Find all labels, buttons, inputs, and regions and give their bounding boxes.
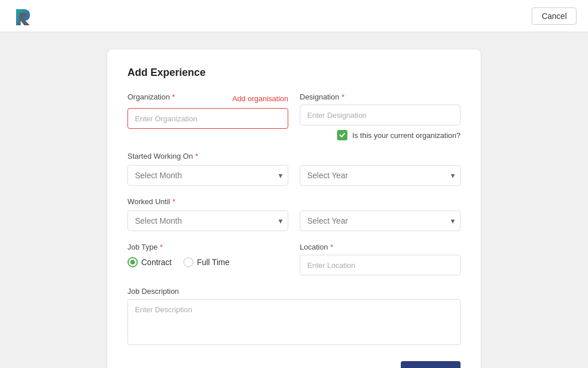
- designation-required-star: *: [342, 93, 345, 101]
- until-month-wrapper: Select Month JanuaryFebruaryMarch AprilM…: [127, 210, 288, 231]
- started-required-star: *: [195, 152, 198, 160]
- org-label-row: Organization * Add organisation: [127, 93, 288, 105]
- until-year-wrapper: Select Year 202420232022 202120202019 20…: [300, 210, 461, 231]
- job-type-radio-group: Contract Full Time: [127, 257, 288, 267]
- cancel-button[interactable]: Cancel: [532, 7, 577, 25]
- org-designation-row: Organization * Add organisation Designat…: [127, 93, 461, 140]
- started-year-wrapper: Select Year 202420232022 202120202019 20…: [300, 165, 461, 186]
- started-year-group: Select Year 202420232022 202120202019 20…: [300, 165, 461, 186]
- worked-until-selects-row: Select Month JanuaryFebruaryMarch AprilM…: [127, 210, 461, 231]
- designation-field-group: Designation * Is this your current organ…: [300, 93, 461, 140]
- worked-until-required-star: *: [172, 197, 175, 206]
- header: Cancel: [0, 0, 588, 32]
- job-description-section: Job Description: [127, 287, 461, 347]
- started-year-select[interactable]: Select Year 202420232022 202120202019 20…: [300, 165, 461, 186]
- started-selects-row: Select Month JanuaryFebruaryMarch AprilM…: [127, 165, 461, 186]
- current-org-row: Is this your current organization?: [300, 130, 461, 140]
- location-required-star: *: [330, 243, 333, 251]
- job-description-label: Job Description: [127, 287, 461, 296]
- until-year-group: Select Year 202420232022 202120202019 20…: [300, 210, 461, 231]
- main-content: Add Experience Organization * Add organi…: [0, 32, 588, 368]
- jobtype-location-row: Job Type * Contract Full Time: [127, 243, 461, 275]
- contract-radio[interactable]: [127, 257, 138, 267]
- organization-input[interactable]: [127, 108, 288, 129]
- worked-until-section: Worked Until * Select Month JanuaryFebru…: [127, 197, 461, 231]
- current-org-label: Is this your current organization?: [352, 131, 461, 140]
- designation-label: Designation *: [300, 93, 461, 101]
- until-month-select[interactable]: Select Month JanuaryFebruaryMarch AprilM…: [127, 210, 288, 231]
- location-input[interactable]: [300, 255, 461, 275]
- started-label: Started Working On *: [127, 152, 461, 160]
- location-field-group: Location *: [300, 243, 461, 275]
- organization-field-group: Organization * Add organisation: [127, 93, 288, 140]
- until-month-group: Select Month JanuaryFebruaryMarch AprilM…: [127, 210, 288, 231]
- location-label: Location *: [300, 243, 461, 251]
- contract-option[interactable]: Contract: [127, 257, 172, 267]
- designation-input[interactable]: [300, 105, 461, 125]
- started-month-wrapper: Select Month JanuaryFebruaryMarch AprilM…: [127, 165, 288, 186]
- organization-label: Organization *: [127, 93, 175, 101]
- fulltime-label: Full Time: [197, 258, 230, 267]
- job-type-group: Job Type * Contract Full Time: [127, 243, 288, 275]
- started-month-group: Select Month JanuaryFebruaryMarch AprilM…: [127, 165, 288, 186]
- save-button[interactable]: Save: [401, 361, 461, 368]
- logo: [11, 5, 34, 28]
- job-type-label: Job Type *: [127, 243, 288, 251]
- fulltime-option[interactable]: Full Time: [183, 257, 230, 267]
- worked-until-label: Worked Until *: [127, 197, 461, 206]
- started-month-select[interactable]: Select Month JanuaryFebruaryMarch AprilM…: [127, 165, 288, 186]
- job-type-required-star: *: [160, 243, 163, 251]
- contract-label: Contract: [141, 258, 172, 267]
- add-experience-card: Add Experience Organization * Add organi…: [107, 49, 481, 368]
- started-section: Started Working On * Select Month Januar…: [127, 152, 461, 186]
- org-required-star: *: [172, 93, 175, 101]
- current-org-checkbox[interactable]: [337, 130, 347, 140]
- save-button-row: Save: [127, 361, 461, 368]
- fulltime-radio[interactable]: [183, 257, 194, 267]
- form-title: Add Experience: [127, 67, 461, 79]
- add-organisation-link[interactable]: Add organisation: [232, 94, 288, 103]
- until-year-select[interactable]: Select Year 202420232022 202120202019 20…: [300, 210, 461, 231]
- job-description-input[interactable]: [127, 299, 461, 345]
